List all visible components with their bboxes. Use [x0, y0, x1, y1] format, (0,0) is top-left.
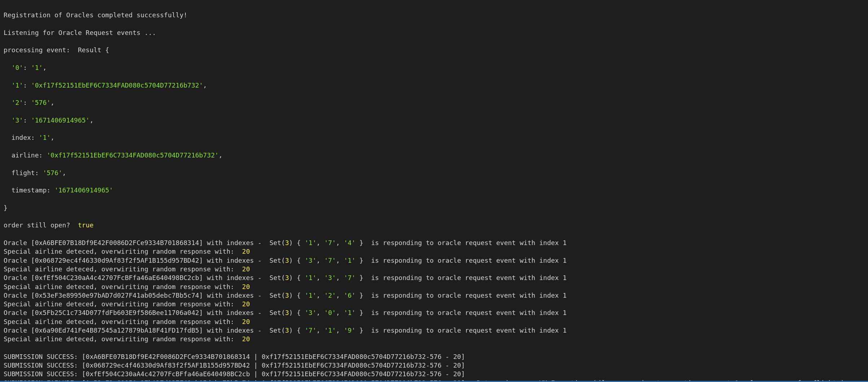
log-line: Registration of Oracles completed succes…: [4, 11, 864, 19]
result-key: '3': [12, 116, 23, 124]
comma: ,: [51, 134, 54, 141]
close-brace: }: [4, 204, 864, 212]
oracle-response-line: Oracle [0x53eF3e89950e97bAD7d027F41ab05d…: [4, 291, 864, 300]
result-value: '1': [31, 64, 43, 71]
result-entry: '0': '1',: [4, 63, 864, 72]
result-entry: '3': '1671406914965',: [4, 116, 864, 125]
result-value: '1671406914965': [31, 116, 90, 124]
oracle-response-line: Oracle [0x6a90Ed741Fe4B87545a127879bA18F…: [4, 326, 864, 335]
special-airline-line: Special airline deteced, overwiriting ra…: [4, 265, 864, 274]
result-label: airline:: [4, 151, 47, 159]
colon: :: [23, 81, 31, 89]
submission-line: SUBMISSION SUCCESS: [0xfEf504C230aA4c427…: [4, 370, 864, 378]
submission-lines: SUBMISSION SUCCESS: [0xA6BFE07B18Df9E42F…: [4, 352, 864, 382]
result-value: '576': [31, 99, 51, 106]
comma: ,: [62, 169, 66, 177]
result-label: index:: [4, 134, 39, 141]
result-entry: airline: '0xf17f52151EbEF6C7334FAD080c57…: [4, 151, 864, 160]
oracle-response-line: Oracle [0x068729ec4f46330d9Af83f2f5AF1B1…: [4, 256, 864, 265]
result-value: '0xf17f52151EbEF6C7334FAD080c5704D77216b…: [31, 81, 203, 89]
comma: ,: [43, 64, 47, 71]
result-key: '2': [12, 99, 23, 106]
result-entry: '1': '0xf17f52151EbEF6C7334FAD080c5704D7…: [4, 81, 864, 90]
order-prefix: order still open?: [4, 221, 78, 229]
colon: :: [23, 64, 31, 71]
comma: ,: [51, 99, 54, 106]
special-airline-line: Special airline deteced, overwiriting ra…: [4, 335, 864, 343]
result-entry: index: '1',: [4, 133, 864, 142]
special-airline-line: Special airline deteced, overwiriting ra…: [4, 247, 864, 256]
special-airline-line: Special airline deteced, overwiriting ra…: [4, 283, 864, 291]
result-value: '576': [43, 169, 62, 177]
terminal-output[interactable]: Registration of Oracles completed succes…: [0, 0, 868, 382]
result-key: '0': [12, 64, 23, 71]
result-value: '1': [39, 134, 51, 141]
order-line: order still open? true: [4, 221, 864, 230]
result-key: '1': [12, 81, 23, 89]
submission-line: SUBMISSION SUCCESS: [0xA6BFE07B18Df9E42F…: [4, 352, 864, 361]
log-line: Listening for Oracle Request events ...: [4, 28, 864, 37]
comma: ,: [89, 116, 93, 124]
oracle-lines: Oracle [0xA6BFE07B18Df9E42F0086D2FCe9334…: [4, 239, 864, 344]
comma: ,: [219, 151, 223, 159]
oracle-response-line: Oracle [0xfEf504C230aA4c42707FcBFfa46aE6…: [4, 274, 864, 282]
result-label: flight:: [4, 169, 43, 177]
result-entry: timestamp: '1671406914965': [4, 186, 864, 195]
colon: :: [23, 99, 31, 106]
oracle-response-line: Oracle [0xA6BFE07B18Df9E42F0086D2FCe9334…: [4, 239, 864, 247]
comma: ,: [203, 81, 207, 89]
order-value: true: [78, 221, 93, 229]
special-airline-line: Special airline deteced, overwiriting ra…: [4, 300, 864, 308]
log-line: processing event: Result {: [4, 46, 864, 54]
colon: :: [23, 116, 31, 124]
result-entry: flight: '576',: [4, 169, 864, 177]
result-value: '0xf17f52151EbEF6C7334FAD080c5704D77216b…: [47, 151, 219, 159]
submission-line: SUBMISSION SUCCESS: [0x068729ec4f46330d9…: [4, 361, 864, 370]
result-label: timestamp:: [4, 186, 54, 194]
result-value: '1671406914965': [54, 186, 113, 194]
result-entry: '2': '576',: [4, 98, 864, 107]
oracle-response-line: Oracle [0x5Fb25C1c734D077fdFb603E9f586Be…: [4, 308, 864, 317]
special-airline-line: Special airline deteced, overwiriting ra…: [4, 317, 864, 326]
